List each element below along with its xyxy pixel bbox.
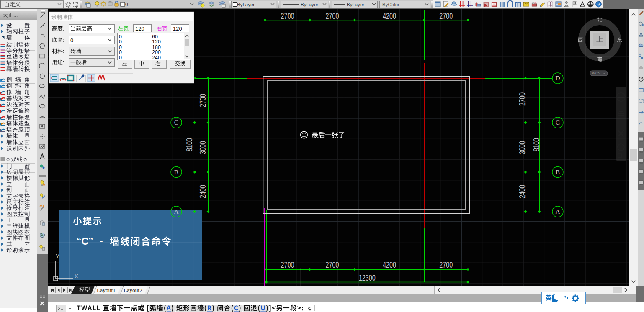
svg-text:X: X: [75, 273, 78, 279]
svg-text:A: A: [174, 208, 179, 215]
svg-text:Y: Y: [56, 253, 59, 259]
